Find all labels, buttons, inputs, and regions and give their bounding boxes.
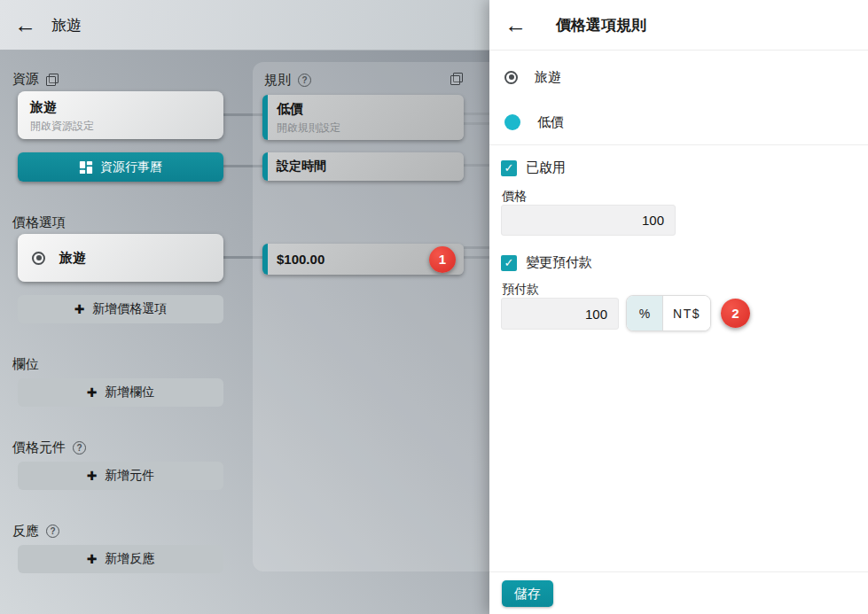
reactions-section-label: 反應 ? [12,523,59,540]
plus-icon: ✚ [87,385,98,400]
copy-icon[interactable] [450,73,463,85]
rule-card-price[interactable]: $100.00 1 [262,244,464,275]
add-component-label: 新增元件 [105,468,154,484]
save-button-label: 儲存 [514,586,541,602]
resources-label-text: 資源 [12,71,39,88]
change-deposit-label: 變更預付款 [526,254,592,271]
target-icon [504,71,518,84]
price-option-rule-drawer: ← 價格選項規則 旅遊 低價 ✓ 已啟用 價格 ✓ 變更預付款 預付款 % NT… [489,0,868,614]
linked-rule-row: 低價 [489,109,868,136]
checkbox-checked-icon[interactable]: ✓ [501,255,517,271]
divider [489,144,868,145]
price-field-label: 價格 [502,189,527,205]
add-reaction-button[interactable]: ✚ 新增反應 [18,545,223,573]
target-icon [32,252,45,265]
rule-card-title: 設定時間 [277,159,326,175]
plus-icon: ✚ [74,302,85,316]
step-badge-1: 1 [429,246,456,273]
rule-card-subtitle: 開啟規則設定 [277,120,455,136]
add-component-button[interactable]: ✚ 新增元件 [18,462,223,490]
price-components-label-text: 價格元件 [12,439,66,456]
rule-card-set-time[interactable]: 設定時間 [262,152,464,181]
help-icon[interactable]: ? [46,525,59,538]
back-icon[interactable]: ← [14,14,36,36]
save-button[interactable]: 儲存 [502,580,553,607]
fields-label-text: 欄位 [12,356,39,373]
price-options-section-label: 價格選項 [12,214,66,231]
back-icon[interactable]: ← [504,14,527,36]
dashboard-grid-icon [79,160,93,175]
unit-currency-option[interactable]: NT$ [663,296,710,330]
copy-icon[interactable] [46,74,59,86]
enabled-checkbox-row[interactable]: ✓ 已啟用 [501,159,566,176]
page-title: 旅遊 [51,15,82,35]
change-deposit-checkbox-row[interactable]: ✓ 變更預付款 [501,254,592,271]
deposit-unit-toggle: % NT$ [626,295,711,331]
resource-node-card[interactable]: 旅遊 開啟資源設定 [18,91,223,139]
price-option-card-title: 旅遊 [59,250,86,267]
add-reaction-label: 新增反應 [105,551,154,567]
plus-icon: ✚ [87,469,98,483]
resources-section-label: 資源 [12,71,59,88]
checkbox-checked-icon[interactable]: ✓ [501,160,517,176]
rule-card-title: $100.00 [277,252,325,267]
price-option-node-card[interactable]: 旅遊 [18,234,223,282]
rules-panel: 規則 ? 低價 開啟規則設定 設定時間 $100.00 1 [253,62,489,571]
add-field-label: 新增欄位 [105,385,154,400]
resource-card-title: 旅遊 [30,99,211,116]
flow-canvas: ← 旅遊 資源 旅遊 開啟資源設定 [0,0,489,614]
divider [489,571,868,572]
rule-card-title: 低價 [277,101,455,118]
resource-card-subtitle: 開啟資源設定 [30,119,211,134]
rules-section-label: 規則 ? [264,72,311,89]
rule-card-low-price[interactable]: 低價 開啟規則設定 [262,95,464,140]
help-icon[interactable]: ? [298,74,311,87]
linked-price-option-row: 旅遊 [489,64,868,90]
price-options-label-text: 價格選項 [12,214,66,231]
linked-rule-label: 低價 [537,114,564,131]
app-header: ← 旅遊 [0,0,489,51]
add-field-button[interactable]: ✚ 新增欄位 [18,378,223,407]
pricing-flow-editor: ← 旅遊 資源 旅遊 開啟資源設定 [0,0,868,614]
deposit-field-label: 預付款 [502,282,539,298]
plus-icon: ✚ [87,552,98,566]
rule-dot-icon [504,114,520,130]
enabled-label: 已啟用 [526,159,566,176]
deposit-input[interactable] [501,298,619,330]
resource-calendar-label: 資源行事曆 [100,159,162,175]
resource-calendar-button[interactable]: 資源行事曆 [18,152,223,182]
fields-section-label: 欄位 [12,356,39,373]
price-input[interactable] [501,205,676,236]
drawer-title: 價格選項規則 [556,15,646,35]
add-price-option-button[interactable]: ✚ 新增價格選項 [18,295,223,323]
unit-percent-option[interactable]: % [627,296,663,330]
help-icon[interactable]: ? [73,441,86,455]
step-badge-2: 2 [721,299,750,328]
reactions-label-text: 反應 [12,523,39,540]
drawer-header: ← 價格選項規則 [489,0,868,51]
add-price-option-label: 新增價格選項 [92,301,167,317]
linked-price-option-label: 旅遊 [535,69,561,86]
rules-label-text: 規則 [264,72,291,89]
price-components-section-label: 價格元件 ? [12,439,86,456]
